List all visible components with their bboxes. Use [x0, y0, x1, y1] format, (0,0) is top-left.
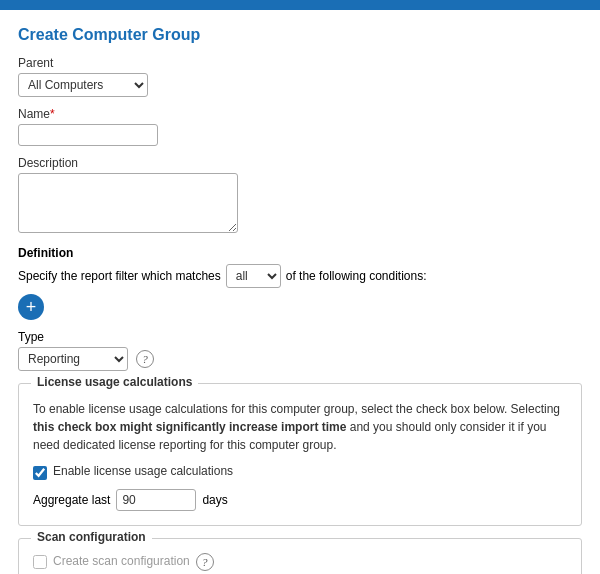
aggregate-label: Aggregate last: [33, 493, 110, 507]
page-title: Create Computer Group: [18, 26, 582, 44]
definition-label: Definition: [18, 246, 582, 260]
license-legend: License usage calculations: [31, 375, 198, 389]
scan-checkbox[interactable]: [33, 555, 47, 569]
filter-select[interactable]: all any: [226, 264, 281, 288]
parent-label: Parent: [18, 56, 582, 70]
scan-section-box: Scan configuration Create scan configura…: [18, 538, 582, 574]
aggregate-input[interactable]: [116, 489, 196, 511]
name-group: Name: [18, 107, 582, 146]
type-row: Reporting Static ?: [18, 347, 582, 371]
add-icon: +: [26, 298, 37, 316]
parent-select[interactable]: All Computers Custom: [18, 73, 148, 97]
definition-filter-row: Specify the report filter which matches …: [18, 264, 582, 288]
scan-checkbox-label: Create scan configuration: [53, 554, 190, 568]
name-input[interactable]: [18, 124, 158, 146]
name-label: Name: [18, 107, 582, 121]
aggregate-row: Aggregate last days: [33, 489, 567, 511]
scan-help-icon[interactable]: ?: [196, 553, 214, 571]
scan-legend: Scan configuration: [31, 530, 152, 544]
description-group: Description: [18, 156, 582, 236]
aggregate-suffix: days: [202, 493, 227, 507]
parent-group: Parent All Computers Custom: [18, 56, 582, 97]
type-label: Type: [18, 330, 582, 344]
type-section: Type Reporting Static ?: [18, 330, 582, 371]
main-content: Create Computer Group Parent All Compute…: [0, 10, 600, 574]
scan-checkbox-row: Create scan configuration ?: [33, 553, 567, 571]
license-checkbox-row: Enable license usage calculations: [33, 464, 567, 481]
license-checkbox[interactable]: [33, 466, 47, 480]
description-label: Description: [18, 156, 582, 170]
top-bar: [0, 0, 600, 10]
license-section-content: To enable license usage calculations for…: [19, 384, 581, 525]
license-checkbox-label: Enable license usage calculations: [53, 464, 233, 478]
license-description: To enable license usage calculations for…: [33, 400, 567, 454]
type-select[interactable]: Reporting Static: [18, 347, 128, 371]
description-textarea[interactable]: [18, 173, 238, 233]
type-help-icon[interactable]: ?: [136, 350, 154, 368]
add-condition-button[interactable]: +: [18, 294, 44, 320]
license-section-box: License usage calculations To enable lic…: [18, 383, 582, 526]
scan-section-content: Create scan configuration ?: [19, 539, 581, 574]
definition-section: Definition Specify the report filter whi…: [18, 246, 582, 320]
filter-text-before: Specify the report filter which matches: [18, 269, 221, 283]
filter-text-after: of the following conditions:: [286, 269, 427, 283]
